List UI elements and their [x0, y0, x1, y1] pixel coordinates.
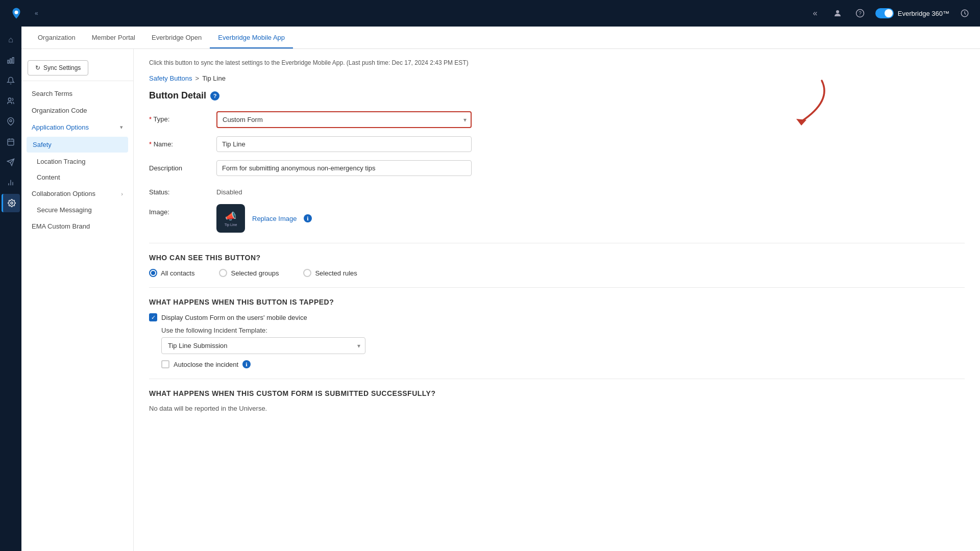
nav-sub-item-secure-messaging[interactable]: Secure Messaging	[21, 202, 133, 218]
divider-1	[149, 243, 965, 243]
image-label: Image:	[149, 204, 210, 216]
type-form-row: * Type: Custom Form URL Phone Number In-…	[149, 111, 965, 128]
radio-selected-rules-circle	[303, 269, 311, 277]
status-form-row: Status: Disabled	[149, 184, 965, 196]
topbar: « « ? Everbridge 360™	[0, 0, 980, 27]
chevron-right-icon: ›	[121, 191, 123, 197]
left-nav: ↻ Sync Settings Search Terms Organizatio…	[21, 49, 134, 551]
back-icon[interactable]: «	[808, 6, 822, 20]
radio-selected-groups-circle	[219, 269, 227, 277]
chevron-down-icon: ▾	[120, 124, 123, 131]
sync-icon: ↻	[35, 64, 40, 71]
help-icon[interactable]: ?	[853, 6, 867, 20]
description-form-row: Description	[149, 160, 965, 176]
nav-sub-item-safety[interactable]: Safety	[27, 137, 128, 153]
who-can-see-title: WHO CAN SEE THIS BUTTON?	[149, 254, 965, 262]
replace-image-link[interactable]: Replace Image	[252, 215, 297, 222]
logo	[8, 5, 24, 21]
name-input-wrapper	[216, 136, 472, 152]
icon-sidebar: ⌂	[0, 27, 21, 551]
svg-point-9	[10, 120, 12, 122]
svg-rect-5	[8, 60, 9, 63]
incident-template-select[interactable]: Tip Line Submission Emergency Alert Safe…	[161, 337, 365, 354]
nav-sub-item-location-tracing[interactable]: Location Tracing	[21, 154, 133, 169]
sidebar-item-location[interactable]	[2, 112, 20, 131]
status-label: Status:	[149, 184, 210, 196]
sidebar-item-settings[interactable]	[2, 194, 20, 212]
visibility-radio-group: All contacts Selected groups Selected ru…	[149, 269, 965, 277]
divider-3	[149, 379, 965, 379]
type-select[interactable]: Custom Form URL Phone Number In-App Scre…	[216, 111, 472, 128]
nav-item-search-terms[interactable]: Search Terms	[21, 85, 133, 102]
incident-template-block: Use the following Incident Template: Tip…	[161, 327, 965, 368]
divider-2	[149, 287, 965, 288]
tab-organization[interactable]: Organization	[30, 28, 84, 48]
nav-item-collaboration-options[interactable]: Collaboration Options ›	[21, 185, 133, 202]
sync-note: Click this button to sync the latest set…	[149, 59, 965, 66]
type-select-wrapper: Custom Form URL Phone Number In-App Scre…	[216, 111, 472, 128]
sidebar-collapse-button[interactable]: «	[31, 8, 42, 19]
svg-text:?: ?	[859, 10, 862, 16]
sidebar-item-chart[interactable]	[2, 51, 20, 69]
description-input[interactable]	[216, 160, 472, 176]
what-happens-tapped-title: WHAT HAPPENS WHEN THIS BUTTON IS TAPPED?	[149, 298, 965, 306]
incident-select-wrapper: Tip Line Submission Emergency Alert Safe…	[161, 337, 365, 354]
everbridge-label: Everbridge 360™	[898, 10, 949, 17]
svg-rect-10	[8, 139, 14, 145]
sidebar-item-analytics[interactable]	[2, 173, 20, 192]
name-label: * Name:	[149, 136, 210, 148]
nav-item-application-options[interactable]: Application Options ▾	[21, 119, 133, 136]
incident-template-label: Use the following Incident Template:	[161, 327, 965, 334]
sidebar-item-plane[interactable]	[2, 153, 20, 171]
everbridge-toggle[interactable]	[875, 8, 894, 18]
display-custom-form-checkbox-row: ✓ Display Custom Form on the users' mobi…	[149, 313, 965, 321]
autoclose-row: Autoclose the incident ℹ	[161, 360, 965, 368]
svg-point-17	[11, 202, 13, 204]
image-form-row: Image: 📣 Tip Line Replace Image ℹ	[149, 204, 965, 233]
status-value: Disabled	[216, 184, 242, 196]
type-required: *	[149, 115, 152, 123]
breadcrumb-parent[interactable]: Safety Buttons	[149, 74, 192, 82]
radio-all-contacts-circle	[149, 269, 157, 277]
what-happens-success-title: WHAT HAPPENS WHEN THIS CUSTOM FORM IS SU…	[149, 389, 965, 397]
radio-selected-rules[interactable]: Selected rules	[303, 269, 357, 277]
radio-all-contacts[interactable]: All contacts	[149, 269, 194, 277]
autoclose-checkbox[interactable]	[161, 360, 169, 368]
breadcrumb-separator: >	[195, 74, 200, 82]
tab-member-portal[interactable]: Member Portal	[84, 28, 143, 48]
image-info-icon[interactable]: ℹ	[304, 214, 312, 222]
tab-everbridge-mobile-app[interactable]: Everbridge Mobile App	[210, 28, 293, 48]
sidebar-item-calendar[interactable]	[2, 133, 20, 151]
autoclose-info-icon[interactable]: ℹ	[242, 360, 251, 368]
svg-rect-6	[10, 59, 12, 63]
name-input[interactable]	[216, 136, 472, 152]
tab-everbridge-open[interactable]: Everbridge Open	[143, 28, 210, 48]
sidebar-item-home[interactable]: ⌂	[2, 31, 20, 49]
tabs-bar: Organization Member Portal Everbridge Op…	[21, 27, 980, 49]
svg-point-8	[8, 98, 11, 101]
display-custom-form-checkbox[interactable]: ✓	[149, 313, 157, 321]
section-title: Button Detail ?	[149, 90, 965, 101]
sync-settings-button[interactable]: ↻ Sync Settings	[28, 60, 88, 76]
everbridge-badge: Everbridge 360™	[875, 8, 949, 18]
nav-sub-item-content[interactable]: Content	[21, 169, 133, 185]
breadcrumb-current: Tip Line	[202, 74, 226, 82]
svg-point-0	[15, 11, 18, 14]
main-content: Click this button to sync the latest set…	[134, 49, 980, 551]
clock-icon[interactable]	[958, 6, 972, 20]
radio-selected-groups[interactable]: Selected groups	[219, 269, 279, 277]
sidebar-item-people[interactable]	[2, 92, 20, 110]
sync-bar: ↻ Sync Settings	[21, 55, 133, 81]
nav-item-org-code[interactable]: Organization Code	[21, 102, 133, 119]
image-section: 📣 Tip Line Replace Image ℹ	[216, 204, 312, 233]
nav-item-ema-custom-brand[interactable]: EMA Custom Brand	[21, 218, 133, 235]
sidebar-item-bell[interactable]	[2, 71, 20, 90]
no-data-text: No data will be reported in the Universe…	[149, 405, 965, 412]
svg-rect-7	[12, 58, 14, 63]
breadcrumb: Safety Buttons > Tip Line	[149, 74, 965, 82]
description-label: Description	[149, 160, 210, 172]
tip-line-image-icon: 📣 Tip Line	[216, 204, 245, 233]
button-detail-help-icon[interactable]: ?	[210, 91, 219, 101]
user-icon[interactable]	[830, 6, 845, 20]
type-label: * Type:	[149, 111, 210, 123]
